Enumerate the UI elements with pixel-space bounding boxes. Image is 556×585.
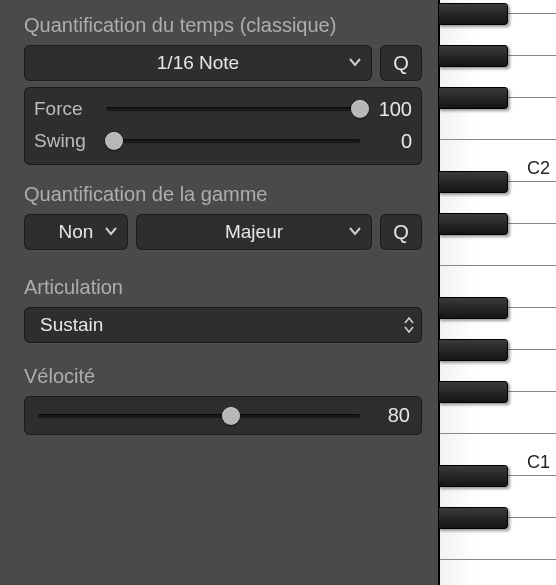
- swing-value: 0: [368, 130, 412, 153]
- scale-quantize-scale-value: Majeur: [225, 221, 283, 243]
- time-quantize-sliders: Force 100 Swing 0: [24, 87, 422, 165]
- white-key[interactable]: [440, 560, 556, 585]
- scale-quantize-enable-select[interactable]: Non: [24, 214, 128, 250]
- black-key[interactable]: [438, 381, 508, 403]
- piano-keyboard[interactable]: C2 C1: [438, 0, 556, 585]
- q-label: Q: [393, 221, 409, 244]
- velocity-title: Vélocité: [24, 365, 422, 388]
- time-quantize-apply-button[interactable]: Q: [380, 45, 422, 81]
- time-quantize-division-select[interactable]: 1/16 Note: [24, 45, 372, 81]
- key-label-c1: C1: [527, 452, 550, 473]
- chevron-down-icon: [104, 221, 118, 243]
- velocity-value: 80: [370, 404, 410, 427]
- q-label: Q: [393, 52, 409, 75]
- time-quantize-title: Quantification du temps (classique): [24, 14, 422, 37]
- swing-label: Swing: [34, 130, 98, 152]
- scale-quantize-apply-button[interactable]: Q: [380, 214, 422, 250]
- chevron-down-icon: [348, 52, 362, 74]
- black-key[interactable]: [438, 339, 508, 361]
- strength-label: Force: [34, 98, 98, 120]
- velocity-box: 80: [24, 396, 422, 435]
- black-key[interactable]: [438, 297, 508, 319]
- time-quantize-division-value: 1/16 Note: [157, 52, 239, 74]
- black-key[interactable]: [438, 507, 508, 529]
- updown-icon: [404, 317, 414, 333]
- inspector-panel: Quantification du temps (classique) 1/16…: [0, 0, 438, 585]
- swing-slider[interactable]: [106, 131, 360, 151]
- black-key[interactable]: [438, 45, 508, 67]
- black-key[interactable]: [438, 465, 508, 487]
- velocity-slider[interactable]: [38, 406, 360, 426]
- black-key[interactable]: [438, 87, 508, 109]
- black-key[interactable]: [438, 213, 508, 235]
- articulation-value: Sustain: [40, 314, 103, 336]
- strength-slider[interactable]: [106, 99, 360, 119]
- scale-quantize-title: Quantification de la gamme: [24, 183, 422, 206]
- chevron-down-icon: [348, 221, 362, 243]
- key-label-c2: C2: [527, 158, 550, 179]
- scale-quantize-enable-value: Non: [59, 221, 94, 243]
- black-key[interactable]: [438, 171, 508, 193]
- articulation-select[interactable]: Sustain: [24, 307, 422, 343]
- black-key[interactable]: [438, 3, 508, 25]
- scale-quantize-scale-select[interactable]: Majeur: [136, 214, 372, 250]
- articulation-title: Articulation: [24, 276, 422, 299]
- strength-value: 100: [368, 98, 412, 121]
